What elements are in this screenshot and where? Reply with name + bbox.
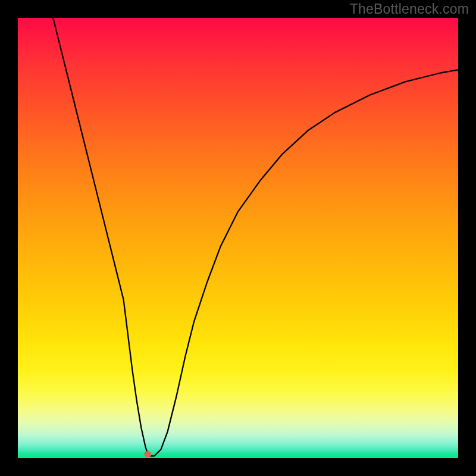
minimum-marker — [144, 451, 151, 457]
curve-svg — [18, 18, 458, 458]
plot-area — [18, 18, 458, 458]
bottleneck-curve — [53, 18, 458, 456]
watermark-text: TheBottleneck.com — [350, 1, 469, 17]
chart-frame: TheBottleneck.com — [0, 0, 476, 476]
